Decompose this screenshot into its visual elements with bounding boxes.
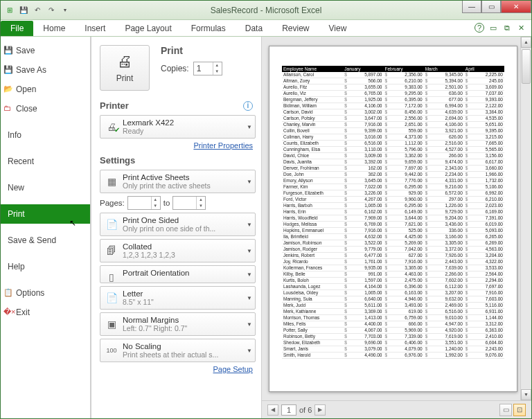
table-row: Smith, Harold4,490.006,976.001,992.009,0…	[282, 352, 504, 358]
chevron-down-icon: ▼	[247, 321, 252, 328]
help-icon[interactable]: ?	[475, 23, 484, 33]
redo-icon[interactable]: ↷	[45, 4, 57, 17]
table-row: Smart, Janis3,079.004,079.001,240.002,24…	[282, 346, 504, 352]
printer-properties-link[interactable]: Printer Properties	[100, 141, 253, 150]
zoom-to-page-button[interactable]: ▭	[499, 404, 512, 416]
column-header: January	[343, 66, 383, 72]
restore-icon[interactable]: ⧉	[502, 23, 512, 33]
table-row: Manning, Sula6,640.004,946.009,632.007,6…	[282, 296, 504, 302]
nav-save-as[interactable]: 💾Save As	[1, 60, 90, 80]
tab-data[interactable]: Data	[236, 21, 272, 36]
table-row: Kilby, Belle991.004,463.002,266.002,564.…	[282, 271, 504, 277]
nav-recent[interactable]: Recent	[1, 152, 90, 171]
table-row: Joy, Ricardo1,761.007,916.002,443.004,32…	[282, 258, 504, 265]
table-row: Jenkins, Robert6,477.00627.007,926.003,2…	[282, 252, 504, 258]
nav-save-send[interactable]: Save & Send	[1, 231, 90, 250]
spinner-down-icon[interactable]: ▼	[213, 69, 221, 75]
tab-home[interactable]: Home	[33, 21, 75, 36]
info-icon[interactable]: i	[243, 101, 253, 111]
table-row: Emory, Allyson3,645.007,776.004,331.001,…	[282, 177, 504, 184]
nav-save[interactable]: 💾Save	[1, 41, 90, 60]
nav-print[interactable]: Print↖	[1, 204, 90, 224]
preview-table: Employee NameJanuaryFebruaryMarchApril A…	[282, 66, 504, 359]
maximize-button[interactable]: ▭	[481, 1, 501, 13]
zoom-button[interactable]: ⊡	[513, 404, 526, 416]
printer-heading: Printer i	[100, 100, 256, 111]
tab-file[interactable]: File	[1, 21, 33, 36]
nav-options[interactable]: 📋Options	[1, 283, 90, 303]
minimize-ribbon-icon[interactable]: ▭	[488, 23, 498, 33]
table-row: Aurelio, Fitz3,655.009,383.002,501.003,6…	[282, 84, 504, 90]
scroll-down-icon[interactable]: ▼	[521, 389, 531, 400]
preview-scrollbar[interactable]: ▲ ▼	[520, 37, 531, 400]
table-row: Chanley, Marvin7,916.002,651.004,106.005…	[282, 121, 504, 127]
print-scope-dropdown[interactable]: ▦ Print Active Sheets Only print the act…	[100, 170, 256, 193]
table-row: Merk, Kathianne3,369.00619.006,516.006,9…	[282, 308, 504, 314]
tab-view[interactable]: View	[319, 21, 357, 36]
table-row: Furgeson, Elizabeth3,226.00929.006,572.0…	[282, 190, 504, 196]
table-row: David, Chloe3,009.003,362.00266.003,156.…	[282, 152, 504, 159]
nav-new[interactable]: New	[1, 178, 90, 197]
nav-exit[interactable]: �× Exit	[1, 303, 90, 322]
collate-icon: 🗐	[103, 242, 120, 259]
table-row: Bidiman, William4,106.007,172.006,994.00…	[282, 102, 504, 109]
scaling-dropdown[interactable]: 100 No Scaling Print sheets at their act…	[100, 339, 256, 362]
table-row: Aurelio, Viz6,765.009,295.00636.007,037.…	[282, 90, 504, 96]
close-window-button[interactable]: ✕	[501, 1, 531, 13]
title-bar: ⊞ 💾 ↶ ↷ ▼ SalesRecord - Microsoft Excel …	[1, 1, 531, 20]
margins-dropdown[interactable]: ▣ Normal Margins Left: 0.7" Right: 0.7" …	[100, 312, 256, 336]
pages-to-spinner[interactable]: ▲▼	[172, 196, 206, 210]
copies-label: Copies:	[161, 64, 189, 73]
qat-dropdown-icon[interactable]: ▼	[59, 4, 71, 17]
table-row: Bergman, Jeffery1,925.006,395.00677.009,…	[282, 96, 504, 102]
column-header: Employee Name	[282, 66, 343, 72]
orientation-dropdown[interactable]: ▯ Portrait Orientation ▼	[100, 265, 256, 283]
nav-info[interactable]: Info	[1, 125, 90, 145]
tab-formulas[interactable]: Formulas	[181, 21, 236, 36]
scroll-up-icon[interactable]: ▲	[521, 37, 531, 48]
nav-open[interactable]: 📂Open	[1, 80, 90, 99]
minimize-button[interactable]: —	[462, 1, 481, 13]
table-row: Lousdelsa, Oldey1,065.006,163.003,207.00…	[282, 289, 504, 296]
copies-spinner[interactable]: 1 ▲▼	[193, 62, 222, 75]
app-window: ⊞ 💾 ↶ ↷ ▼ SalesRecord - Microsoft Excel …	[0, 0, 532, 419]
table-row: Counts, Elizabeth6,516.001,112.002,516.0…	[282, 140, 504, 146]
paper-size-dropdown[interactable]: 📄 Letter 8.5" x 11" ▼	[100, 286, 256, 310]
nav-close[interactable]: 🗀Close	[1, 99, 90, 118]
printer-status: Ready	[123, 127, 233, 135]
tab-page-layout[interactable]: Page Layout	[115, 21, 181, 36]
table-row: Allanson, Carol5,897.002,356.009,345.002…	[282, 72, 504, 78]
chevron-down-icon: ▼	[247, 271, 252, 278]
open-icon: 📂	[3, 83, 13, 93]
page-number-input[interactable]: 1	[281, 404, 296, 416]
nav-help[interactable]: Help	[1, 257, 90, 276]
table-row: Merk, Judd5,611.003,493.002,469.005,116.…	[282, 302, 504, 308]
tab-review[interactable]: Review	[272, 21, 319, 36]
print-heading: Print	[161, 45, 222, 56]
spinner-up-icon[interactable]: ▲	[213, 62, 221, 69]
undo-icon[interactable]: ↶	[31, 4, 44, 17]
pages-from-spinner[interactable]: ▲▼	[127, 196, 161, 210]
table-row: Collman, Harry3,016.004,373.00626.003,21…	[282, 134, 504, 140]
chevron-down-icon: ▼	[247, 222, 252, 228]
table-row: Robinson, Betty7,703.007,339.007,619.002…	[282, 333, 504, 339]
collation-dropdown[interactable]: 🗐 Collated 1,2,3 1,2,3 1,2,3 ▼	[100, 239, 256, 262]
prev-page-button[interactable]: ◀	[267, 404, 278, 416]
close-workbook-icon[interactable]: ✕	[516, 23, 526, 33]
table-row: Morrison, Thomas1,413.006,759.009,010.00…	[282, 314, 504, 321]
tab-insert[interactable]: Insert	[75, 21, 115, 36]
printer-device-icon: 🖨✔	[103, 118, 120, 135]
next-page-button[interactable]: ▶	[314, 404, 326, 416]
sides-dropdown[interactable]: 📄 Print One Sided Only print on one side…	[100, 213, 256, 236]
scroll-thumb[interactable]	[522, 49, 531, 84]
column-header: March	[424, 66, 464, 72]
pages-to-label: to	[163, 199, 170, 207]
table-row: Doe, John362.009,442.002,234.001,966.00	[282, 171, 504, 177]
preview-area: Employee NameJanuaryFebruaryMarchApril A…	[262, 37, 531, 400]
ribbon-tabs: File Home Insert Page Layout Formulas Da…	[1, 20, 531, 37]
page-setup-link[interactable]: Page Setup	[100, 365, 253, 373]
printer-dropdown[interactable]: 🖨✔ Lexmark X422 Ready ▼	[100, 115, 256, 139]
print-button[interactable]: 🖨 Print	[100, 45, 150, 91]
save-icon[interactable]: 💾	[17, 4, 30, 17]
settings-heading: Settings	[100, 155, 256, 166]
